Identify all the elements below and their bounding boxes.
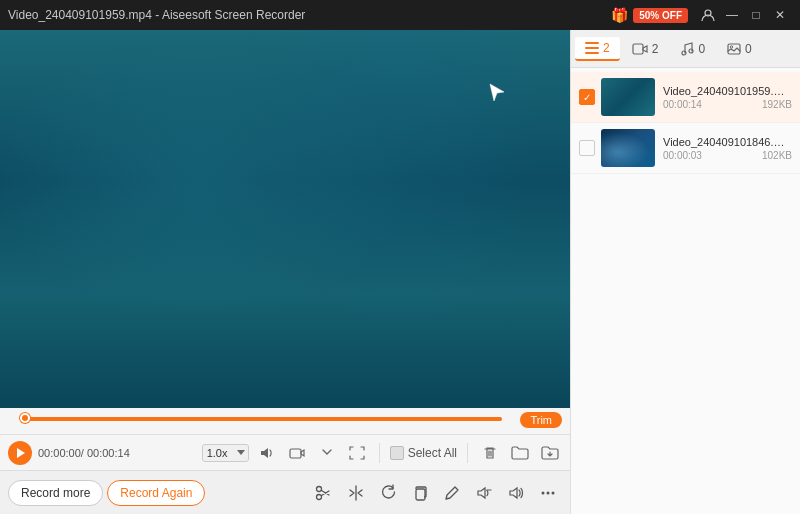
svg-point-2 bbox=[317, 486, 322, 491]
split-tool-button[interactable] bbox=[342, 479, 370, 507]
file-2-thumbnail bbox=[601, 129, 655, 167]
svg-rect-10 bbox=[585, 47, 599, 49]
file-1-duration: 00:00:14 bbox=[663, 99, 702, 110]
window-title: Video_240409101959.mp4 - Aiseesoft Scree… bbox=[8, 8, 609, 22]
file-2-meta: 00:00:03 102KB bbox=[663, 150, 792, 161]
select-all-label: Select All bbox=[408, 446, 457, 460]
copy-tool-button[interactable] bbox=[406, 479, 434, 507]
volume-icon[interactable] bbox=[255, 441, 279, 465]
svg-point-6 bbox=[542, 491, 545, 494]
fullscreen-icon[interactable] bbox=[345, 441, 369, 465]
video-tab-icon bbox=[632, 43, 648, 55]
time-display: 00:00:00/ 00:00:14 bbox=[38, 447, 130, 459]
progress-bar-container[interactable]: Trim bbox=[8, 414, 562, 424]
select-all-checkbox[interactable] bbox=[390, 446, 404, 460]
svg-point-8 bbox=[552, 491, 555, 494]
tab-all[interactable]: 2 bbox=[575, 37, 620, 61]
more-tool-button[interactable] bbox=[534, 479, 562, 507]
promo-badge[interactable]: 50% OFF bbox=[633, 8, 688, 23]
tab-image[interactable]: 0 bbox=[717, 38, 762, 60]
progress-track bbox=[20, 417, 502, 421]
file-1-thumbnail bbox=[601, 78, 655, 116]
tab-image-count: 0 bbox=[745, 42, 752, 56]
svg-rect-12 bbox=[633, 44, 643, 54]
svg-point-3 bbox=[317, 494, 322, 499]
video-preview bbox=[0, 30, 570, 408]
progress-thumb[interactable] bbox=[20, 413, 30, 423]
trim-button[interactable]: Trim bbox=[520, 412, 562, 428]
file-1-name: Video_240409101959.mp4 bbox=[663, 85, 792, 97]
tab-video[interactable]: 2 bbox=[622, 38, 669, 60]
minimize-button[interactable]: — bbox=[720, 5, 744, 25]
volume-up-tool-button[interactable] bbox=[502, 479, 530, 507]
file-2-checkbox[interactable] bbox=[579, 140, 595, 156]
file-1-checkbox[interactable]: ✓ bbox=[579, 89, 595, 105]
audio-tab-icon bbox=[680, 42, 694, 56]
tab-audio-count: 0 bbox=[698, 42, 705, 56]
delete-icon-btn[interactable] bbox=[478, 441, 502, 465]
svg-rect-9 bbox=[585, 42, 599, 44]
tab-all-count: 2 bbox=[603, 41, 610, 55]
camera-icon[interactable] bbox=[285, 441, 309, 465]
file-1-info: Video_240409101959.mp4 00:00:14 192KB bbox=[663, 85, 792, 110]
gift-icon[interactable]: 🎁 bbox=[609, 5, 629, 25]
folder-open-icon-btn[interactable] bbox=[508, 441, 532, 465]
tab-bar: 2 2 bbox=[571, 30, 800, 68]
svg-point-13 bbox=[682, 51, 686, 55]
speed-select[interactable]: 1.0x 0.5x 0.75x 1.25x 1.5x 2.0x bbox=[202, 444, 249, 462]
rotate-tool-button[interactable] bbox=[374, 479, 402, 507]
user-icon-btn[interactable] bbox=[696, 5, 720, 25]
cursor-icon bbox=[488, 82, 506, 104]
play-button[interactable] bbox=[8, 441, 32, 465]
tab-audio[interactable]: 0 bbox=[670, 38, 715, 60]
left-panel: Trim 00:00:00/ 00:00:14 1.0x 0.5x 0.75x … bbox=[0, 30, 570, 514]
controls-row: 00:00:00/ 00:00:14 1.0x 0.5x 0.75x 1.25x… bbox=[0, 434, 570, 470]
file-item-2[interactable]: Video_240409101846.mp4 00:00:03 102KB bbox=[571, 123, 800, 174]
svg-point-16 bbox=[730, 45, 732, 47]
svg-rect-4 bbox=[416, 489, 425, 500]
file-list: ✓ Video_240409101959.mp4 00:00:14 192KB … bbox=[571, 68, 800, 514]
svg-rect-11 bbox=[585, 52, 599, 54]
title-bar: Video_240409101959.mp4 - Aiseesoft Scree… bbox=[0, 0, 800, 30]
maximize-button[interactable]: □ bbox=[744, 5, 768, 25]
record-more-button[interactable]: Record more bbox=[8, 480, 103, 506]
file-2-info: Video_240409101846.mp4 00:00:03 102KB bbox=[663, 136, 792, 161]
volume-down-tool-button[interactable] bbox=[470, 479, 498, 507]
svg-point-14 bbox=[689, 49, 693, 53]
close-button[interactable]: ✕ bbox=[768, 5, 792, 25]
record-again-button[interactable]: Record Again bbox=[107, 480, 205, 506]
file-1-size: 192KB bbox=[762, 99, 792, 110]
file-2-duration: 00:00:03 bbox=[663, 150, 702, 161]
image-tab-icon bbox=[727, 43, 741, 55]
timeline-section: Trim bbox=[0, 408, 570, 434]
main-layout: Trim 00:00:00/ 00:00:14 1.0x 0.5x 0.75x … bbox=[0, 30, 800, 514]
cut-tool-button[interactable] bbox=[310, 479, 338, 507]
svg-rect-1 bbox=[290, 449, 301, 458]
svg-point-7 bbox=[547, 491, 550, 494]
select-all-area: Select All bbox=[390, 446, 457, 460]
chevron-down-icon[interactable] bbox=[315, 441, 339, 465]
progress-fill bbox=[20, 417, 502, 421]
right-panel: 2 2 bbox=[570, 30, 800, 514]
bottom-bar: Record more Record Again bbox=[0, 470, 570, 514]
edit-tool-button[interactable] bbox=[438, 479, 466, 507]
list-icon bbox=[585, 42, 599, 54]
file-2-name: Video_240409101846.mp4 bbox=[663, 136, 792, 148]
file-1-meta: 00:00:14 192KB bbox=[663, 99, 792, 110]
file-item-1[interactable]: ✓ Video_240409101959.mp4 00:00:14 192KB bbox=[571, 72, 800, 123]
export-icon-btn[interactable] bbox=[538, 441, 562, 465]
tab-video-count: 2 bbox=[652, 42, 659, 56]
file-2-size: 102KB bbox=[762, 150, 792, 161]
